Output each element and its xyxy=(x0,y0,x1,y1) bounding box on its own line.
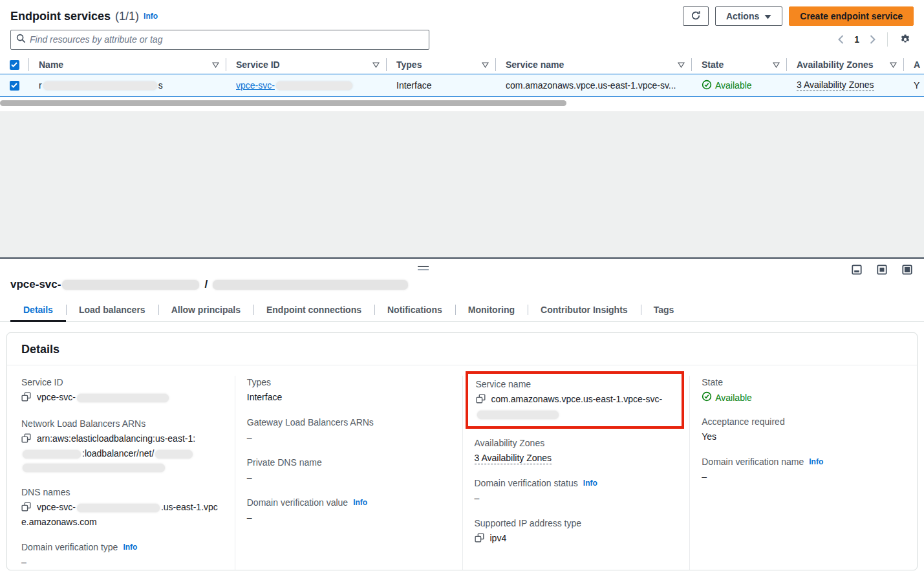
field-acceptance-required: Acceptance required Yes xyxy=(702,415,904,444)
title-info-link[interactable]: Info xyxy=(144,12,158,21)
header-actions: Actions Create endpoint service xyxy=(683,6,914,26)
search-input[interactable] xyxy=(30,34,424,45)
column-header-service-name[interactable]: Service name xyxy=(495,56,691,74)
field-gateway-lb-arns: Gateway Load Balancers ARNs – xyxy=(247,416,449,444)
panel-tabs: Details Load balancers Allow principals … xyxy=(0,299,924,322)
copy-icon[interactable] xyxy=(21,433,31,447)
service-name-highlight: Service name com.amazonaws.vpce.us-east-… xyxy=(466,371,685,429)
cell-types: Interface xyxy=(386,74,495,96)
split-panel-drag-handle[interactable] xyxy=(418,266,429,272)
details-column-4: State Available Acceptance required Yes … xyxy=(689,376,917,570)
availability-zones-popover[interactable]: 3 Availability Zones xyxy=(797,80,874,91)
caret-down-icon xyxy=(764,11,771,21)
resource-count: (1/1) xyxy=(115,10,139,23)
tab-details[interactable]: Details xyxy=(10,299,66,322)
service-id-link[interactable]: vpce-svc- xyxy=(236,80,354,91)
details-column-1: Service ID vpce-svc- Network Load Balanc… xyxy=(7,376,235,570)
refresh-icon xyxy=(691,10,701,23)
search-box xyxy=(10,30,429,50)
field-service-name: Service name com.amazonaws.vpce.us-east-… xyxy=(476,378,676,421)
field-dns-names: DNS names vpce-svc-.us-east-1.vpce.amazo… xyxy=(21,486,222,529)
page-number[interactable]: 1 xyxy=(853,34,861,45)
cell-acceptance: Y xyxy=(903,74,924,96)
panel-title: vpce-svc- / xyxy=(0,259,924,291)
info-link[interactable]: Info xyxy=(123,541,137,554)
detail-split-panel: vpce-svc- / Details Load balancers Allow… xyxy=(0,257,924,573)
page-header: Endpoint services (1/1) Info Actions Cre… xyxy=(0,0,924,26)
tab-contributor-insights[interactable]: Contributor Insights xyxy=(528,299,641,321)
table-header-row: Name Service ID Types Service name State… xyxy=(0,56,924,74)
panel-half-button[interactable] xyxy=(876,263,888,278)
column-header-name[interactable]: Name xyxy=(28,56,226,74)
column-header-acceptance[interactable]: A xyxy=(903,56,924,74)
availability-zones-popover[interactable]: 3 Availability Zones xyxy=(475,453,552,464)
filter-icon[interactable] xyxy=(372,59,380,70)
endpoint-services-page: Endpoint services (1/1) Info Actions Cre… xyxy=(0,0,924,573)
filter-icon[interactable] xyxy=(773,59,780,70)
status-available-icon xyxy=(702,391,712,404)
filter-icon[interactable] xyxy=(482,59,489,70)
column-header-types[interactable]: Types xyxy=(386,56,495,74)
panel-title-service-id: vpce-svc- xyxy=(10,278,61,291)
filter-icon[interactable] xyxy=(678,59,685,70)
column-header-availability-zones[interactable]: Availability Zones xyxy=(786,56,903,74)
field-domain-verification-status: Domain verification statusInfo – xyxy=(475,477,677,505)
info-link[interactable]: Info xyxy=(809,455,823,468)
panel-collapse-button[interactable] xyxy=(850,263,863,278)
tab-monitoring[interactable]: Monitoring xyxy=(455,299,528,321)
copy-icon[interactable] xyxy=(21,502,31,515)
column-header-state[interactable]: State xyxy=(691,56,786,74)
table-controls: 1 xyxy=(0,26,924,49)
tab-notifications[interactable]: Notifications xyxy=(374,299,455,321)
field-private-dns-name: Private DNS name – xyxy=(247,456,449,484)
tab-allow-principals[interactable]: Allow principals xyxy=(158,299,253,321)
filter-icon[interactable] xyxy=(212,59,219,70)
horizontal-scrollbar[interactable] xyxy=(0,100,566,106)
field-domain-verification-name: Domain verification nameInfo – xyxy=(702,455,904,484)
copy-icon[interactable] xyxy=(21,392,31,405)
row-checkbox[interactable] xyxy=(10,81,19,91)
panel-half-icon xyxy=(877,267,887,277)
tab-endpoint-connections[interactable]: Endpoint connections xyxy=(253,299,374,321)
prev-page-button[interactable] xyxy=(835,34,846,45)
field-service-id: Service ID vpce-svc- xyxy=(21,376,222,405)
select-all-checkbox[interactable] xyxy=(10,60,19,70)
table-row[interactable]: rs vpce-svc- Interface com.amazonaws.vpc… xyxy=(0,74,924,97)
field-domain-verification-value: Domain verification valueInfo – xyxy=(247,496,449,524)
field-domain-verification-type: Domain verification typeInfo – xyxy=(21,541,222,569)
content-background xyxy=(0,111,924,257)
settings-button[interactable] xyxy=(897,32,914,47)
divider xyxy=(887,32,888,47)
cell-name: rs xyxy=(28,74,226,96)
create-endpoint-service-button[interactable]: Create endpoint service xyxy=(789,6,914,26)
actions-button[interactable]: Actions xyxy=(715,6,782,26)
page-title: Endpoint services (1/1) Info xyxy=(10,10,158,23)
search-icon xyxy=(16,34,26,45)
field-types: Types Interface xyxy=(247,376,449,404)
field-availability-zones: Availability Zones 3 Availability Zones xyxy=(475,437,677,465)
field-nlb-arns: Network Load Balancers ARNs arn:aws:elas… xyxy=(21,417,222,474)
details-column-3: Service name com.amazonaws.vpce.us-east-… xyxy=(462,376,690,570)
next-page-button[interactable] xyxy=(867,34,878,45)
pagination: 1 xyxy=(835,32,914,47)
filter-icon[interactable] xyxy=(890,59,897,70)
details-heading: Details xyxy=(7,333,917,365)
tab-load-balancers[interactable]: Load balancers xyxy=(66,299,158,321)
endpoint-services-table: Name Service ID Types Service name State… xyxy=(0,56,924,106)
cell-service-name: com.amazonaws.vpce.us-east-1.vpce-sv... xyxy=(495,74,691,96)
details-card: Details Service ID vpce-svc- Network Loa… xyxy=(6,332,918,570)
copy-icon[interactable] xyxy=(475,533,484,546)
actions-button-label: Actions xyxy=(726,11,759,21)
field-state: State Available xyxy=(702,376,904,404)
column-header-service-id[interactable]: Service ID xyxy=(226,56,386,74)
panel-full-button[interactable] xyxy=(901,263,914,278)
info-link[interactable]: Info xyxy=(353,496,367,509)
panel-full-icon xyxy=(902,267,912,277)
refresh-button[interactable] xyxy=(683,6,709,26)
panel-bottom-icon xyxy=(852,267,862,277)
cell-state: Available xyxy=(691,74,786,96)
field-supported-ip-type: Supported IP address type ipv4 xyxy=(475,517,677,546)
info-link[interactable]: Info xyxy=(583,477,597,490)
copy-icon[interactable] xyxy=(476,394,486,407)
tab-tags[interactable]: Tags xyxy=(641,299,687,321)
